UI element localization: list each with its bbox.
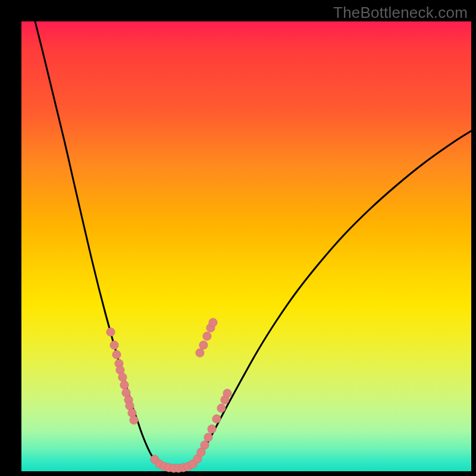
curve-lines bbox=[35, 21, 471, 468]
data-point bbox=[120, 381, 129, 389]
data-point bbox=[110, 341, 118, 349]
curve-layer bbox=[21, 21, 471, 471]
data-point bbox=[130, 416, 138, 424]
data-point bbox=[208, 425, 216, 433]
data-point bbox=[223, 389, 231, 397]
curve-dots bbox=[107, 318, 231, 472]
data-point bbox=[118, 373, 127, 381]
data-point bbox=[204, 433, 212, 441]
data-point bbox=[217, 404, 226, 412]
data-point bbox=[199, 341, 208, 349]
data-point bbox=[201, 441, 209, 449]
plot-area bbox=[21, 21, 471, 471]
bottleneck-curve bbox=[35, 21, 471, 468]
watermark-text: TheBottleneck.com bbox=[333, 4, 468, 22]
data-point bbox=[203, 332, 211, 340]
data-point bbox=[196, 349, 204, 357]
data-point bbox=[212, 415, 221, 423]
data-point bbox=[112, 350, 121, 359]
data-point bbox=[209, 318, 217, 327]
chart-stage: TheBottleneck.com bbox=[0, 0, 476, 476]
data-point bbox=[107, 328, 115, 336]
